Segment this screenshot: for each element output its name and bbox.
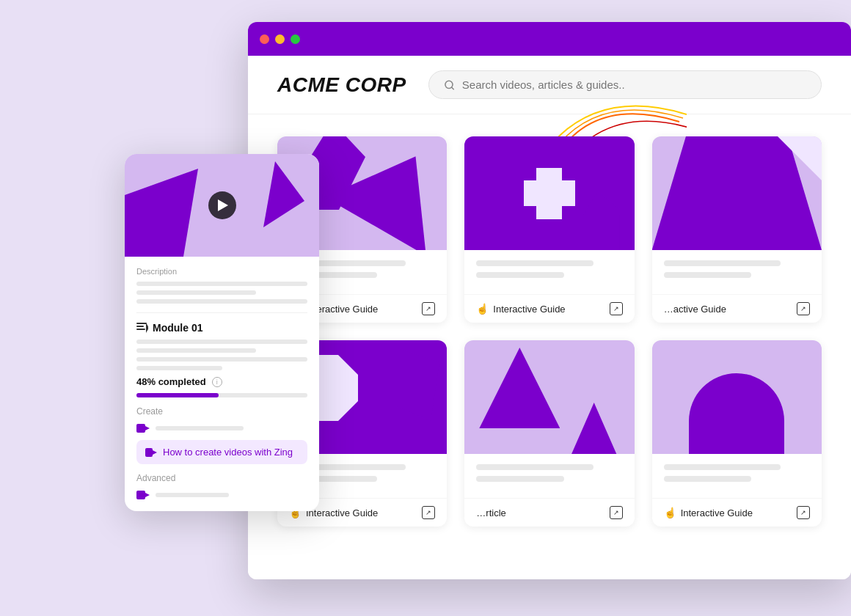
- create-item: [136, 422, 307, 434]
- module-icon: [136, 323, 148, 333]
- card-meta-9: [476, 464, 593, 470]
- card-body-2: [464, 250, 634, 294]
- card-body-3: [652, 250, 822, 294]
- external-link-icon-2[interactable]: ↗: [610, 302, 623, 315]
- svg-marker-11: [145, 493, 150, 497]
- card-meta-4: [476, 272, 564, 278]
- advanced-video-icon: [136, 489, 150, 501]
- card-thumb-6: [652, 340, 822, 454]
- module-lines: [136, 340, 307, 370]
- advanced-item: [136, 489, 307, 501]
- svg-rect-10: [136, 491, 145, 499]
- card-meta-10: [476, 476, 564, 482]
- progress-bar-bg: [136, 393, 307, 397]
- module-line-4: [136, 366, 222, 370]
- card-tag-5: …rticle: [476, 507, 505, 518]
- card-meta-6: [664, 272, 752, 278]
- card-3: …active Guide ↗: [652, 136, 822, 323]
- card-meta-5: [664, 260, 781, 266]
- search-icon: [444, 79, 455, 91]
- card-footer-3[interactable]: …active Guide ↗: [652, 294, 822, 323]
- card-meta-11: [664, 464, 781, 470]
- hand-pointer-icon-2: ☝: [476, 303, 489, 315]
- desc-line-2: [136, 290, 256, 295]
- svg-line-1: [451, 87, 453, 89]
- panel-video-shape-a: [125, 169, 198, 257]
- card-meta-12: [664, 476, 752, 482]
- external-link-icon-5[interactable]: ↗: [610, 506, 623, 519]
- play-triangle-icon: [218, 199, 228, 211]
- card-thumb-5: [464, 340, 634, 454]
- card-5: …rticle ↗: [464, 340, 634, 527]
- svg-rect-3: [136, 326, 144, 327]
- module-line-3: [136, 357, 307, 362]
- card-2: ☝ Interactive Guide ↗: [464, 136, 634, 323]
- hand-pointer-icon-6: ☝: [664, 507, 676, 518]
- progress-bar-fill: [136, 393, 219, 397]
- card-tag-label-3: …active Guide: [664, 304, 726, 315]
- desc-line-3: [136, 299, 307, 304]
- search-input[interactable]: [462, 78, 806, 91]
- svg-rect-2: [136, 323, 147, 324]
- card-tag-label-4: Interactive Guide: [306, 507, 378, 518]
- create-label: Create: [136, 406, 307, 417]
- module-line-2: [136, 348, 256, 353]
- create-line: [156, 426, 244, 430]
- card-meta-3: [476, 260, 593, 266]
- card-thumb-2: [464, 136, 634, 250]
- description-label: Description: [136, 267, 307, 276]
- card-tag-2: ☝ Interactive Guide: [476, 303, 565, 315]
- panel-video-thumb: [125, 154, 319, 257]
- floating-panel: Description Module 01 48% completed i: [125, 154, 319, 511]
- highlighted-video-icon: [145, 447, 157, 458]
- play-button[interactable]: [208, 191, 236, 219]
- card-body-5: [464, 454, 634, 498]
- external-link-icon-1[interactable]: ↗: [422, 302, 435, 315]
- svg-rect-4: [136, 329, 145, 330]
- module-line-1: [136, 340, 307, 344]
- card-tag-6: ☝ Interactive Guide: [664, 507, 753, 518]
- card-body-6: [652, 454, 822, 498]
- traffic-light-green[interactable]: [291, 34, 300, 44]
- browser-titlebar: [248, 22, 851, 56]
- card-footer-5[interactable]: …rticle ↗: [464, 498, 634, 527]
- card-shape-5b: [569, 403, 620, 454]
- traffic-light-red[interactable]: [260, 34, 269, 44]
- card-tag-label-6: Interactive Guide: [681, 507, 753, 518]
- desc-line-1: [136, 282, 307, 286]
- svg-marker-7: [145, 426, 150, 430]
- highlighted-item[interactable]: How to create videos with Zing: [136, 440, 307, 464]
- advanced-line: [156, 493, 229, 497]
- external-link-icon-4[interactable]: ↗: [422, 506, 435, 519]
- card-6: ☝ Interactive Guide ↗: [652, 340, 822, 527]
- module-title: Module 01: [153, 322, 202, 334]
- advanced-label: Advanced: [136, 473, 307, 483]
- progress-row: 48% completed i: [136, 376, 307, 387]
- card-footer-6[interactable]: ☝ Interactive Guide ↗: [652, 498, 822, 527]
- content-area: ☝ Interactive Guide ↗: [248, 114, 851, 549]
- card-tag-label-5: …rticle: [476, 507, 505, 518]
- browser-window: ACME CORP: [248, 22, 851, 579]
- external-link-icon-6[interactable]: ↗: [797, 506, 810, 519]
- card-shape-5a: [479, 348, 560, 428]
- external-link-icon-3[interactable]: ↗: [797, 302, 810, 315]
- card-2-shape-b: [583, 191, 620, 250]
- app-logo: ACME CORP: [277, 73, 406, 97]
- highlighted-link-text[interactable]: How to create videos with Zing: [163, 447, 293, 458]
- svg-rect-8: [145, 448, 153, 457]
- cross-shape: [524, 168, 575, 219]
- panel-video-shape-b: [246, 161, 304, 227]
- card-thumb-3: [652, 136, 822, 250]
- search-bar[interactable]: [428, 70, 822, 99]
- svg-marker-9: [153, 450, 157, 455]
- module-header: Module 01: [136, 322, 307, 334]
- svg-marker-5: [146, 323, 148, 333]
- browser-content: ACME CORP: [248, 56, 851, 579]
- traffic-light-yellow[interactable]: [275, 34, 285, 44]
- progress-text: 48% completed: [136, 376, 206, 387]
- video-create-icon: [136, 422, 150, 434]
- card-footer-2[interactable]: ☝ Interactive Guide ↗: [464, 294, 634, 323]
- card-tag-label-2: Interactive Guide: [493, 304, 565, 315]
- app-header: ACME CORP: [248, 56, 851, 114]
- info-icon: i: [212, 377, 222, 387]
